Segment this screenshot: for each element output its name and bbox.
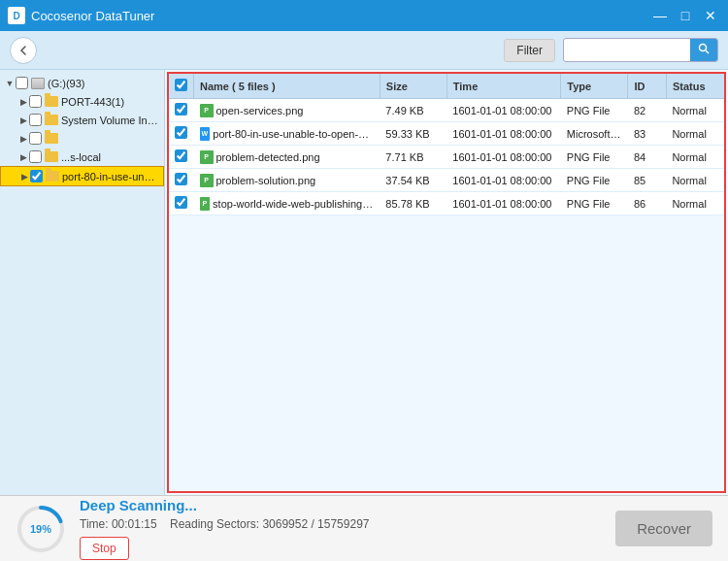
file-type: Microsoft Wo [561,122,628,146]
status-bar: 19% Deep Scanning... Time: 00:01:15 Read… [0,495,728,561]
file-id: 84 [628,146,667,169]
app-title: Cocosenor DataTuner [31,9,650,23]
folder-icon-unknown2 [45,151,58,162]
file-checkbox-0[interactable] [175,103,187,116]
file-table: Name ( 5 files ) Size Time Type ID Statu… [169,74,724,215]
file-size: 85.78 KB [380,192,447,215]
app-icon: D [8,7,25,24]
back-button[interactable] [10,37,37,64]
file-status: Normal [666,169,724,192]
file-name: problem-solution.png [216,175,316,186]
tree-item-unknown2[interactable]: ▶ ...s-local [0,148,164,166]
file-time: 1601-01-01 08:00:00 [447,192,561,215]
time-label: Time: [80,517,109,531]
tree-item-port-80[interactable]: ▶ port-80-in-use-unable-to-ope [0,166,164,186]
file-size: 7.49 KB [380,99,447,122]
file-name: stop-world-wide-web-publishing-service.P… [213,198,374,210]
content-row: ▼ (G:)(93) ▶ PORT-443(1) ▶ System Volume… [0,70,728,495]
file-time: 1601-01-01 08:00:00 [447,146,561,169]
file-type: PNG File [561,99,628,122]
file-name-cell: Popen-services.png [194,99,381,122]
tree-checkbox-drive-g[interactable] [16,77,28,89]
tree-label-system-volume: System Volume Information(2) [61,115,160,126]
tree-checkbox-unknown2[interactable] [29,150,42,163]
file-time: 1601-01-01 08:00:00 [447,169,561,192]
png-icon: P [200,197,211,211]
window-controls: — □ ✕ [650,6,720,25]
close-button[interactable]: ✕ [701,6,720,25]
file-id: 86 [628,192,667,215]
file-name: problem-detected.png [216,151,320,163]
file-id: 85 [628,169,667,192]
file-checkbox-2[interactable] [175,149,187,162]
file-list-scroll[interactable]: Name ( 5 files ) Size Time Type ID Statu… [169,74,724,491]
tree-item-unknown1[interactable]: ▶ [0,129,164,148]
main-area: Filter ▼ (G:)(93) ▶ [0,31,728,561]
th-type: Type [561,74,628,99]
th-time: Time [447,74,561,99]
file-status: Normal [666,99,724,122]
svg-line-1 [706,50,709,53]
tree-toggle-port-443[interactable]: ▶ [17,96,29,108]
folder-icon-unknown1 [45,133,58,144]
stop-button[interactable]: Stop [80,537,129,560]
tree-label-port-443: PORT-443(1) [61,96,124,108]
recover-button[interactable]: Recover [615,511,712,546]
png-icon: P [200,104,214,117]
toolbar: Filter [0,31,728,70]
search-input[interactable] [564,41,690,60]
file-name-cell: Pstop-world-wide-web-publishing-service.… [194,192,381,215]
search-button[interactable] [690,39,717,61]
tree-toggle-system-volume[interactable]: ▶ [17,115,29,126]
tree-item-system-volume[interactable]: ▶ System Volume Information(2) [0,111,164,129]
tree-checkbox-system-volume[interactable] [29,114,42,126]
table-row: Pstop-world-wide-web-publishing-service.… [169,192,724,215]
file-checkbox-1[interactable] [175,126,187,139]
search-box [563,38,718,62]
filter-button[interactable]: Filter [504,39,555,62]
file-type: PNG File [561,192,628,215]
table-row: Wport-80-in-use-unable-to-open-process-w… [169,122,724,146]
file-size: 59.33 KB [380,122,447,146]
tree-checkbox-unknown1[interactable] [29,132,42,145]
file-id: 83 [628,122,667,146]
file-status: Normal [666,122,724,146]
file-time: 1601-01-01 08:00:00 [447,99,561,122]
tree-checkbox-port-443[interactable] [29,95,42,108]
file-tree: ▼ (G:)(93) ▶ PORT-443(1) ▶ System Volume… [0,70,165,495]
tree-item-drive-g[interactable]: ▼ (G:)(93) [0,74,164,92]
minimize-button[interactable]: — [650,6,670,25]
scan-title: Deep Scanning... [80,497,602,513]
file-size: 37.54 KB [380,169,447,192]
file-checkbox-3[interactable] [175,173,187,185]
file-name: port-80-in-use-unable-to-open-process-wi… [213,128,374,140]
table-header-row: Name ( 5 files ) Size Time Type ID Statu… [169,74,724,99]
file-checkbox-4[interactable] [175,196,187,209]
tree-toggle-unknown2[interactable]: ▶ [17,151,29,163]
drive-icon [31,78,45,89]
tree-toggle-unknown1[interactable]: ▶ [17,133,29,145]
folder-icon-port-443 [45,96,58,107]
progress-percent: 19% [30,523,51,535]
select-all-checkbox[interactable] [175,79,187,91]
table-row: Pproblem-detected.png7.71 KB1601-01-01 0… [169,146,724,169]
file-name-cell: Pproblem-detected.png [194,146,381,169]
th-size: Size [380,74,447,99]
tree-item-port-443[interactable]: ▶ PORT-443(1) [0,92,164,111]
maximize-button[interactable]: □ [676,6,695,25]
time-value: 00:01:15 [112,517,157,531]
tree-toggle-port-80[interactable]: ▶ [18,171,30,182]
scan-details: Time: 00:01:15 Reading Sectors: 3069952 … [80,517,602,531]
svg-point-0 [700,45,707,51]
file-name: open-services.png [216,105,304,116]
file-status: Normal [666,192,724,215]
file-type: PNG File [561,169,628,192]
tree-label-unknown2: ...s-local [61,151,101,163]
th-name: Name ( 5 files ) [194,74,381,99]
tree-toggle-drive-g[interactable]: ▼ [4,78,16,89]
file-size: 7.71 KB [380,146,447,169]
doc-icon: W [200,127,211,141]
tree-checkbox-port-80[interactable] [30,170,43,182]
table-row: Popen-services.png7.49 KB1601-01-01 08:0… [169,99,724,122]
tree-label-port-80: port-80-in-use-unable-to-ope [62,171,159,182]
